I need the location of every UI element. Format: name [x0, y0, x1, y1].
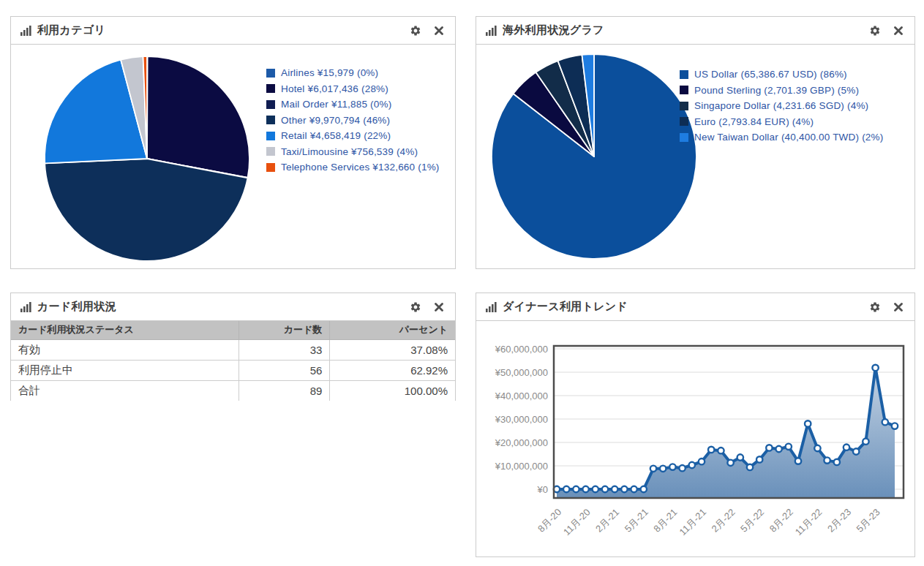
data-point-marker [756, 456, 762, 462]
legend-label: Mail Order ¥11,885 (0%) [281, 99, 391, 110]
data-point-marker [593, 486, 598, 492]
data-point-marker [824, 457, 830, 463]
data-point-marker [563, 486, 569, 492]
x-axis-tick-label: 8月-20 [536, 507, 563, 535]
table-cell: 合計 [11, 380, 238, 401]
legend-item: Telephone Services ¥132,660 (1%) [266, 159, 440, 176]
data-point-marker [737, 454, 743, 460]
y-axis-tick-label: ¥20,000,000 [495, 437, 548, 448]
legend-item: Airlines ¥15,979 (0%) [266, 65, 440, 81]
data-point-marker [882, 419, 888, 425]
data-point-marker [795, 458, 801, 464]
close-icon[interactable] [892, 301, 905, 314]
legend-swatch [266, 100, 275, 109]
legend-label: US Dollar (65,386.67 USD) (86%) [694, 69, 847, 80]
legend-label: Other ¥9,970,794 (46%) [281, 115, 390, 126]
settings-icon[interactable] [868, 24, 882, 37]
card-status-table: カード利用状況ステータスカード数パーセント 有効3337.08%利用停止中566… [11, 321, 455, 401]
chart-bars-icon [20, 26, 31, 36]
x-axis-tick-label: 5月-23 [854, 507, 882, 535]
y-axis-tick-label: ¥0 [537, 484, 548, 495]
x-axis-tick-label: 2月-21 [593, 507, 621, 535]
trend-chart: ¥0¥10,000,000¥20,000,000¥30,000,000¥40,0… [476, 321, 914, 557]
data-point-marker [844, 445, 849, 450]
panel-title: 海外利用状況グラフ [503, 23, 868, 37]
table-row: 利用停止中5662.92% [11, 360, 455, 380]
dashboard: 利用カテゴリ Airlines ¥15,979 (0%)Hotel ¥6,017… [0, 0, 924, 566]
panel-title: 利用カテゴリ [37, 23, 409, 37]
data-point-marker [892, 423, 898, 429]
close-icon[interactable] [432, 301, 446, 314]
data-point-marker [582, 486, 588, 492]
data-point-marker [708, 447, 714, 453]
legend-item: Mail Order ¥11,885 (0%) [266, 97, 440, 113]
legend-swatch [680, 102, 688, 110]
data-point-marker [718, 448, 724, 453]
table-header-cell: カード数 [238, 321, 329, 339]
legend-label: Telephone Services ¥132,660 (1%) [281, 162, 440, 173]
chart-bars-icon [486, 302, 497, 312]
legend-label: Euro (2,793.84 EUR) (4%) [694, 116, 814, 127]
data-point-marker [814, 445, 820, 451]
data-point-marker [602, 486, 608, 492]
table-cell: 37.08% [330, 339, 455, 360]
legend-item: Euro (2,793.84 EUR) (4%) [680, 114, 883, 130]
x-axis-tick-label: 5月-21 [623, 507, 650, 535]
data-point-marker [786, 444, 792, 450]
legend-label: New Taiwan Dollar (40,400.00 TWD) (2%) [694, 132, 883, 143]
data-point-marker [631, 486, 636, 492]
data-point-marker [775, 446, 781, 452]
legend-swatch [680, 117, 688, 126]
legend-swatch [266, 69, 275, 78]
x-axis-tick-label: 2月-23 [825, 507, 853, 535]
panel-header: ダイナース利用トレンド [476, 293, 914, 321]
legend-label: Airlines ¥15,979 (0%) [281, 67, 378, 78]
panel-title: カード利用状況 [37, 300, 409, 314]
legend-swatch [680, 86, 688, 94]
x-axis-tick-label: 8月-22 [767, 507, 795, 535]
pie-legend: Airlines ¥15,979 (0%)Hotel ¥6,017,436 (2… [266, 65, 440, 176]
data-point-marker [766, 445, 772, 450]
legend-swatch [680, 133, 688, 142]
settings-icon[interactable] [868, 301, 882, 314]
legend-swatch [266, 147, 275, 156]
data-point-marker [679, 465, 685, 471]
table-cell: 62.92% [330, 360, 455, 380]
pie-slice-hotel [147, 56, 249, 178]
data-point-marker [650, 466, 656, 472]
table-header-cell: パーセント [330, 321, 455, 339]
data-point-marker [660, 466, 666, 472]
data-point-marker [805, 420, 811, 426]
data-point-marker [834, 459, 840, 465]
panel-diners-trend: ダイナース利用トレンド ¥0¥10,000,000¥20,000,000¥30,… [476, 293, 915, 557]
legend-swatch [266, 163, 275, 172]
close-icon[interactable] [892, 24, 905, 37]
x-axis-tick-label: 11月-21 [677, 507, 708, 538]
legend-item: Singapore Dollar (4,231.66 SGD) (4%) [680, 98, 883, 114]
data-point-marker [573, 486, 579, 492]
panel-overseas-usage: 海外利用状況グラフ US Dollar (65,386.67 USD) (86%… [476, 16, 915, 269]
table-cell: 有効 [11, 339, 238, 360]
settings-icon[interactable] [409, 301, 422, 314]
pie-legend: US Dollar (65,386.67 USD) (86%)Pound Ste… [680, 67, 883, 146]
settings-icon[interactable] [409, 24, 422, 37]
table-cell: 33 [238, 339, 329, 360]
x-axis-tick-label: 11月-20 [561, 507, 593, 538]
legend-label: Pound Sterling (2,701.39 GBP) (5%) [694, 85, 859, 96]
table-row: 合計89100.00% [11, 380, 455, 401]
table-cell: 89 [238, 380, 329, 401]
legend-item: Hotel ¥6,017,436 (28%) [266, 81, 440, 97]
table-cell: 56 [238, 360, 329, 380]
y-axis-tick-label: ¥40,000,000 [495, 390, 548, 401]
legend-label: Taxi/Limousine ¥756,539 (4%) [281, 146, 418, 157]
legend-item: New Taiwan Dollar (40,400.00 TWD) (2%) [680, 129, 883, 146]
legend-swatch [266, 84, 275, 93]
y-axis-tick-label: ¥50,000,000 [495, 367, 548, 378]
card-status-table-wrap: カード利用状況ステータスカード数パーセント 有効3337.08%利用停止中566… [11, 321, 455, 401]
panel-card-status: カード利用状況 カード利用状況ステータスカード数パーセント 有効3337.08%… [10, 293, 456, 401]
legend-swatch [266, 132, 275, 140]
legend-item: Taxi/Limousine ¥756,539 (4%) [266, 144, 440, 160]
data-point-marker [853, 448, 859, 454]
data-point-marker [612, 486, 617, 492]
close-icon[interactable] [432, 24, 446, 37]
